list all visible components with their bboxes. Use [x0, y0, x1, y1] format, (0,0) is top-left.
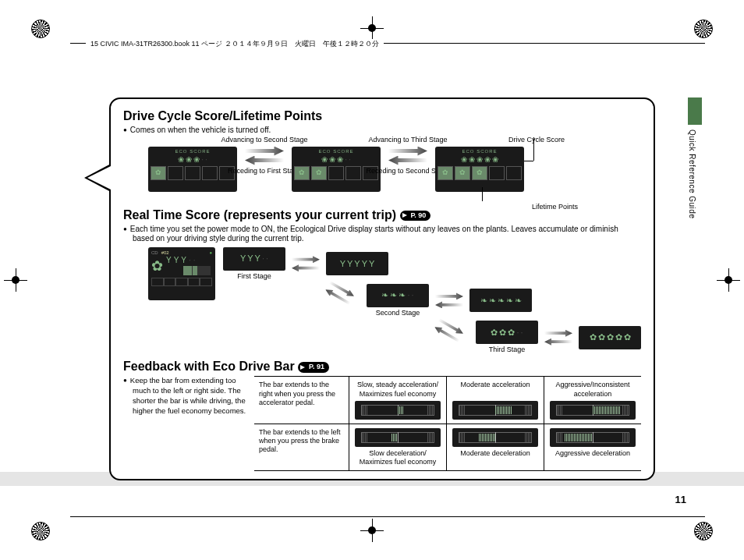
crop-mark: [7, 271, 24, 289]
section3-title: Feedback with Eco Drive Bar P. 91: [123, 359, 641, 374]
label-receding-first: Receding to First Stage: [228, 167, 301, 175]
page-ref-badge: P. 91: [298, 362, 329, 372]
label-advancing-second: Advancing to Second Stage: [221, 136, 307, 144]
arrow-left-icon: [388, 156, 427, 165]
arrow-left-icon: [435, 301, 463, 308]
cell-label: Aggressive/Inconsistent acceleration: [549, 381, 636, 399]
crop-mark: [363, 522, 381, 539]
cell-label: Slow deceleration/ Maximizes fuel econom…: [354, 449, 441, 467]
arrow-left-icon: [433, 324, 461, 344]
arrow-right-icon: [245, 147, 284, 156]
crop-mark: [694, 19, 713, 38]
cell-label: Moderate acceleration: [460, 381, 530, 389]
bar-display: [452, 401, 538, 420]
row1-desc: The bar extends to the right when you pr…: [254, 377, 349, 424]
realtime-main-display: CD #02 ● ✿ YYY ··: [148, 247, 215, 300]
eco-screen-stage1: ECO SCORE ❀❀❀ ·· ✿: [148, 147, 237, 192]
stage1-full-display: YYY YY: [326, 252, 388, 275]
eco-screen-stage3: ECO SCORE ❀❀❀ ❀❀ ✿ ✿ ✿: [435, 147, 524, 192]
page-number: 11: [675, 494, 686, 505]
doc-header: 15 CIVIC IMA-31TR26300.book 11 ページ ２０１４年…: [86, 39, 384, 49]
stage3-label: Third Stage: [489, 346, 526, 354]
arrow-right-icon: [292, 256, 320, 263]
crop-mark: [31, 19, 50, 38]
stage2-label: Second Stage: [376, 309, 420, 317]
section3-intro: Keep the bar from extending too much to …: [123, 376, 246, 416]
crop-mark: [720, 271, 737, 289]
bar-display: [355, 401, 441, 420]
arrow-left-icon: [324, 287, 352, 307]
stage1-display: YYY ··: [223, 247, 285, 271]
bar-display: [550, 401, 636, 420]
section1-bullet: Comes on when the vehicle is turned off.: [123, 126, 641, 136]
callout-lifetime-points: Lifetime Points: [532, 203, 578, 211]
side-tab: Quick Reference Guide: [688, 97, 702, 253]
cell-label: Moderate deceleration: [460, 449, 530, 458]
stage2-full-display: ❧❧❧ ❧❧: [469, 289, 532, 312]
arrow-left-icon: [292, 264, 320, 271]
eco-drive-bar-table: The bar extends to the right when you pr…: [254, 376, 641, 471]
bar-display: [550, 428, 636, 447]
label-advancing-third: Advancing to Third Stage: [369, 136, 448, 144]
cell-label: Aggressive deceleration: [555, 449, 630, 458]
bar-display: [355, 428, 441, 447]
side-tab-label: Quick Reference Guide: [688, 129, 696, 218]
stage3-full-display: ✿✿✿ ✿✿: [579, 326, 641, 349]
arrow-left-icon: [245, 156, 284, 165]
arrow-right-icon: [328, 279, 356, 299]
crop-mark: [363, 19, 381, 37]
arrow-right-icon: [388, 147, 427, 156]
arrow-right-icon: [544, 330, 572, 337]
bar-display: [452, 428, 538, 447]
page-ref-badge: P. 90: [400, 211, 431, 221]
crop-mark: [31, 522, 50, 541]
stage2-display: ❧❧❧ ··: [367, 284, 429, 307]
section1-title: Drive Cycle Score/Lifetime Points: [123, 108, 641, 124]
section2-bullet: Each time you set the power mode to ON, …: [123, 225, 641, 244]
callout-drive-cycle-score: Drive Cycle Score: [508, 136, 565, 144]
row2-desc: The bar extends to the left when you pre…: [254, 424, 349, 471]
cell-label: Slow, steady acceleration/ Maximizes fue…: [354, 381, 441, 399]
arrow-left-icon: [544, 338, 572, 346]
stage3-display: ✿✿✿ ··: [476, 321, 538, 344]
crop-mark: [694, 522, 713, 541]
arrow-right-icon: [435, 292, 463, 299]
arrow-right-icon: [438, 317, 466, 337]
content-panel: Drive Cycle Score/Lifetime Points Comes …: [109, 97, 655, 480]
callout-tail-icon: [84, 164, 111, 192]
stage1-label: First Stage: [237, 272, 271, 281]
